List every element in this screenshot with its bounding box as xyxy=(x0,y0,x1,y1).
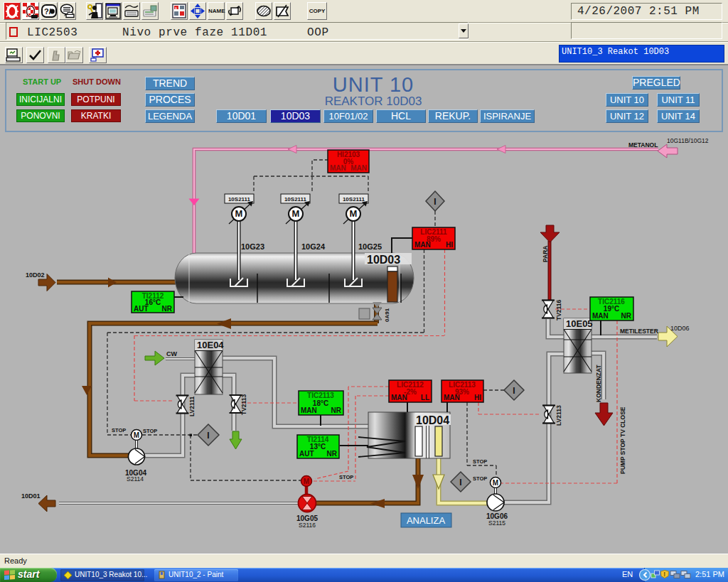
svg-text:I: I xyxy=(459,478,461,487)
svg-text:ANALIZA: ANALIZA xyxy=(407,515,446,526)
svg-text:S2116: S2116 xyxy=(299,522,316,529)
svg-text:10G25: 10G25 xyxy=(358,242,382,251)
svg-text:M: M xyxy=(304,478,309,485)
svg-text:10G23: 10G23 xyxy=(241,242,264,251)
svg-text:STOP: STOP xyxy=(339,474,353,480)
svg-text:PUMP STOP TV CLOSE: PUMP STOP TV CLOSE xyxy=(619,406,626,474)
svg-text:10S2111: 10S2111 xyxy=(284,196,307,203)
svg-text:MAN: MAN xyxy=(592,312,609,320)
svg-text:10E04: 10E04 xyxy=(197,340,224,350)
svg-text:NR: NR xyxy=(162,305,173,313)
svg-text:10S2111: 10S2111 xyxy=(343,196,365,203)
svg-text:MAN: MAN xyxy=(301,406,317,414)
svg-text:M: M xyxy=(350,208,358,219)
svg-text:AUT: AUT xyxy=(134,305,149,313)
svg-text:MAN: MAN xyxy=(391,394,407,402)
svg-text:NR: NR xyxy=(621,312,632,320)
svg-text:10E05: 10E05 xyxy=(566,318,593,329)
svg-text:I: I xyxy=(434,197,436,207)
svg-text:MAN: MAN xyxy=(330,164,346,172)
svg-text:STOP: STOP xyxy=(143,428,157,434)
svg-text:MAN: MAN xyxy=(444,394,460,402)
svg-text:10G24: 10G24 xyxy=(301,242,326,251)
svg-text:LV2111: LV2111 xyxy=(188,397,196,416)
svg-text:CW: CW xyxy=(166,350,177,357)
svg-text:10G11B/10G12: 10G11B/10G12 xyxy=(667,137,709,144)
svg-text:METILESTER: METILESTER xyxy=(620,328,658,335)
svg-text:M: M xyxy=(292,208,300,219)
svg-text:S2115: S2115 xyxy=(488,519,505,527)
svg-text:NR: NR xyxy=(327,450,338,458)
svg-text:10D01: 10D01 xyxy=(21,492,41,500)
svg-text:STOP: STOP xyxy=(112,427,126,433)
svg-text:TV2116: TV2116 xyxy=(555,299,562,320)
svg-text:MAN: MAN xyxy=(350,164,367,172)
svg-text:LL: LL xyxy=(421,394,429,402)
svg-text:I: I xyxy=(513,386,515,396)
svg-text:10D04: 10D04 xyxy=(416,414,449,426)
svg-text:TIC2113: TIC2113 xyxy=(307,392,334,399)
svg-text:!: ! xyxy=(663,571,665,578)
svg-text:M: M xyxy=(134,431,139,439)
svg-text:0A91: 0A91 xyxy=(384,308,390,322)
svg-text:M: M xyxy=(235,208,243,219)
svg-text:AUT: AUT xyxy=(299,450,314,458)
svg-text:NR: NR xyxy=(331,406,342,414)
svg-text:10S2111: 10S2111 xyxy=(228,196,251,203)
svg-text:TV2113: TV2113 xyxy=(240,394,247,415)
svg-text:KONDENZAT: KONDENZAT xyxy=(595,364,602,402)
svg-text:10D06: 10D06 xyxy=(670,325,690,332)
svg-text:HI: HI xyxy=(474,394,481,402)
svg-text:STOP: STOP xyxy=(473,475,487,482)
svg-text:MAN: MAN xyxy=(414,241,431,249)
svg-text:PARA: PARA xyxy=(542,246,549,262)
svg-text:S2114: S2114 xyxy=(127,475,144,483)
svg-text:HI: HI xyxy=(446,241,453,249)
svg-text:10D02: 10D02 xyxy=(26,271,45,279)
svg-text:METANOL: METANOL xyxy=(628,141,658,149)
svg-text:STOP: STOP xyxy=(473,458,487,465)
svg-text:10D03: 10D03 xyxy=(367,254,400,266)
svg-text:M: M xyxy=(493,479,498,487)
svg-text:LV2113: LV2113 xyxy=(555,405,562,426)
svg-text:I: I xyxy=(207,431,209,441)
